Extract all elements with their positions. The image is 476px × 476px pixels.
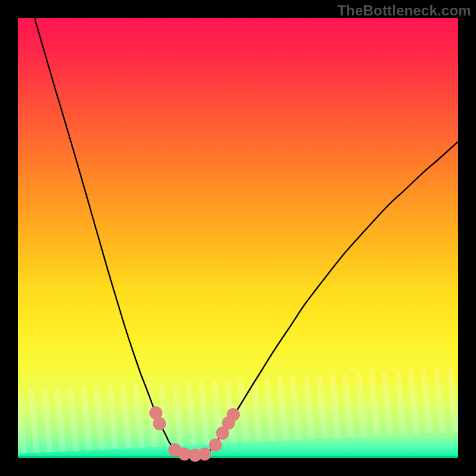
watermark-text: TheBottleneck.com	[337, 2, 471, 19]
outer-frame: TheBottleneck.com	[0, 0, 476, 476]
curve-marker	[227, 408, 240, 421]
bottleneck-chart	[0, 0, 476, 476]
svg-line-36	[463, 368, 469, 431]
curve-marker	[153, 417, 166, 430]
curve-marker	[209, 439, 222, 452]
curve-marker	[198, 447, 211, 461]
